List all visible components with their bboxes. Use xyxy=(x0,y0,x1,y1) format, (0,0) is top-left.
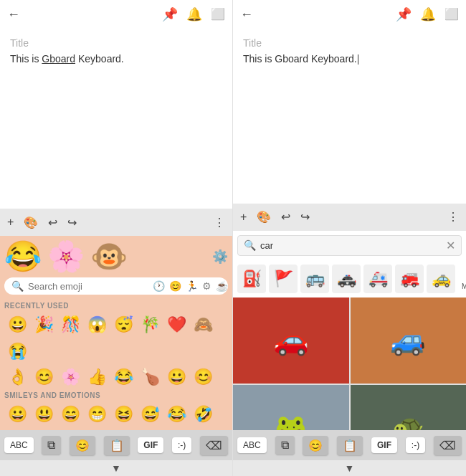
emoji-recent-5[interactable]: 😴 xyxy=(110,312,136,338)
emoji-recent-4[interactable]: 😱 xyxy=(84,312,110,338)
more-button[interactable]: → MORE xyxy=(458,265,466,293)
left-emoji-key[interactable]: 😊 xyxy=(70,436,95,455)
emoji-recent-12[interactable]: 🌸 xyxy=(57,364,83,390)
right-topbar: ← 📌 🔔 ⬜ xyxy=(233,0,466,29)
emoji-smiley-7[interactable]: 😂 xyxy=(163,401,189,427)
emoji-smiley-1[interactable]: 😀 xyxy=(4,401,30,427)
left-kb-toolbar: + 🎨 ↩ ↪ ⋮ xyxy=(0,209,232,236)
left-pin-icon[interactable]: 📌 xyxy=(162,8,178,21)
emoji-recent-14[interactable]: 😂 xyxy=(110,364,136,390)
search-emoji-icon[interactable]: 😊 xyxy=(169,280,181,292)
sticker-taxi[interactable]: 🚕 xyxy=(427,265,455,293)
emoji-recent-11[interactable]: 😊 xyxy=(31,364,57,390)
emoji-smiley-4[interactable]: 😁 xyxy=(84,401,110,427)
big-emoji-2[interactable]: 🌸 xyxy=(47,242,85,272)
left-note-area: Title This is Gboard Keyboard. xyxy=(0,29,232,70)
right-smiley-text-key[interactable]: :-) xyxy=(406,437,425,453)
emoji-recent-7[interactable]: ❤️ xyxy=(163,312,189,338)
emoji-recent-16[interactable]: 😀 xyxy=(163,364,189,390)
emoji-recent-10[interactable]: 👌 xyxy=(4,364,30,390)
left-redo-icon[interactable]: ↪ xyxy=(67,216,77,229)
sticker-police[interactable]: 🚓 xyxy=(332,265,361,293)
emoji-smiley-3[interactable]: 😄 xyxy=(57,401,83,427)
right-backspace-key[interactable]: ⌫ xyxy=(434,436,462,455)
right-note-text: This is Gboard Keyboard. xyxy=(243,53,456,65)
text-cursor xyxy=(358,54,358,65)
smileys-row: 😀 😃 😄 😁 😆 😅 😂 🤣 xyxy=(4,401,228,427)
recently-used-label: RECENTLY USED xyxy=(4,300,228,312)
right-clipboard-key[interactable]: 📋 xyxy=(337,436,363,455)
gif-cell-4[interactable]: 🐢 xyxy=(351,385,467,431)
right-abc-key[interactable]: ABC xyxy=(237,437,267,453)
big-emoji-1[interactable]: 😂 xyxy=(4,242,42,272)
emoji-settings-icon[interactable]: ⚙️ xyxy=(212,249,228,264)
right-bell-icon[interactable]: 🔔 xyxy=(420,8,436,21)
left-download-icon[interactable]: ⬜ xyxy=(211,9,225,20)
big-emoji-3[interactable]: 🐵 xyxy=(90,242,128,272)
emoji-recent-15[interactable]: 🍗 xyxy=(137,364,163,390)
right-more-icon[interactable]: ⋮ xyxy=(447,210,459,224)
left-abc-key[interactable]: ABC xyxy=(4,437,34,453)
sticker-flag[interactable]: 🚩 xyxy=(269,265,298,293)
left-panel: ← 📌 🔔 ⬜ Title This is Gboard Keyboard. +… xyxy=(0,0,233,476)
emoji-smiley-5[interactable]: 😆 xyxy=(110,401,136,427)
left-undo-icon[interactable]: ↩ xyxy=(48,216,57,229)
right-gif-key[interactable]: GIF xyxy=(371,437,397,453)
right-note-title: Title xyxy=(243,37,456,49)
emoji-smiley-6[interactable]: 😅 xyxy=(137,401,163,427)
right-redo-icon[interactable]: ↪ xyxy=(300,210,310,224)
left-kb-bottom: ABC ⧉ 😊 📋 GIF :-) ⌫ xyxy=(0,430,232,460)
gif-cell-2[interactable]: 🚙 xyxy=(351,298,467,384)
left-gif-key[interactable]: GIF xyxy=(138,437,163,453)
emoji-recent-9[interactable]: 😭 xyxy=(4,338,30,364)
sticker-gas[interactable]: ⛽ xyxy=(237,265,266,293)
emoji-recent-3[interactable]: 🎊 xyxy=(57,312,83,338)
left-plus-icon[interactable]: + xyxy=(7,216,14,229)
emoji-panel: 😂 🌸 🐵 ⚙️ 🔍 🕐 😊 🏃 ⚙ ☕ RECENTLY USED xyxy=(0,236,232,430)
right-emoji-key[interactable]: 😊 xyxy=(303,436,328,455)
right-back-button[interactable]: ← xyxy=(240,8,253,21)
left-bell-icon[interactable]: 🔔 xyxy=(186,8,202,21)
emoji-search-bar[interactable]: 🔍 🕐 😊 🏃 ⚙ ☕ xyxy=(4,277,228,295)
emoji-recent-17[interactable]: 😊 xyxy=(190,364,216,390)
right-panel: ← 📌 🔔 ⬜ Title This is Gboard Keyboard. +… xyxy=(233,0,466,476)
left-smiley-text-key[interactable]: :-) xyxy=(172,437,191,453)
left-backspace-key[interactable]: ⌫ xyxy=(200,436,228,455)
right-undo-icon[interactable]: ↩ xyxy=(281,210,290,224)
left-back-button[interactable]: ← xyxy=(7,8,20,21)
search-clock-icon[interactable]: 🕐 xyxy=(153,280,165,292)
search-objects-icon[interactable]: ⚙ xyxy=(202,280,211,292)
left-clipboard-key[interactable]: 📋 xyxy=(104,436,130,455)
sticker-strip: ⛽ 🚩 🚌 🚓 🚑 🚒 🚕 → MORE xyxy=(233,260,466,298)
left-nav-icon: ▼ xyxy=(111,462,121,474)
right-plus-icon[interactable]: + xyxy=(240,211,247,224)
emoji-recent-1[interactable]: 😀 xyxy=(4,312,30,338)
emoji-smiley-8[interactable]: 🤣 xyxy=(190,401,216,427)
gif-search-input[interactable] xyxy=(260,240,442,251)
sticker-fire[interactable]: 🚒 xyxy=(395,265,424,293)
emoji-recent-8[interactable]: 🙈 xyxy=(190,312,216,338)
emoji-smiley-2[interactable]: 😃 xyxy=(31,401,57,427)
emoji-search-input[interactable] xyxy=(28,281,148,292)
right-pin-icon[interactable]: 📌 xyxy=(396,8,412,21)
left-note-text: This is Gboard Keyboard. xyxy=(10,53,222,65)
left-palette-icon[interactable]: 🎨 xyxy=(24,216,38,229)
right-copy-key[interactable]: ⧉ xyxy=(275,436,295,454)
left-copy-key[interactable]: ⧉ xyxy=(42,436,61,454)
sticker-ambulance[interactable]: 🚑 xyxy=(363,265,392,293)
right-note-area: Title This is Gboard Keyboard. xyxy=(233,29,466,70)
search-magnifier-icon: 🔍 xyxy=(11,280,24,292)
search-food-icon[interactable]: ☕ xyxy=(216,280,228,292)
emoji-recent-6[interactable]: 🎋 xyxy=(137,312,163,338)
gif-search-bar[interactable]: 🔍 ✕ xyxy=(237,235,462,256)
gif-clear-icon[interactable]: ✕ xyxy=(446,239,455,252)
emoji-recent-13[interactable]: 👍 xyxy=(84,364,110,390)
left-more-icon[interactable]: ⋮ xyxy=(214,216,225,229)
gif-cell-3[interactable]: 🐸 не слышите? xyxy=(233,385,349,431)
right-download-icon[interactable]: ⬜ xyxy=(444,9,459,20)
gif-cell-1[interactable]: 🚗 xyxy=(233,298,349,384)
search-person-icon[interactable]: 🏃 xyxy=(186,280,198,292)
sticker-bus[interactable]: 🚌 xyxy=(300,265,329,293)
emoji-recent-2[interactable]: 🎉 xyxy=(31,312,57,338)
right-palette-icon[interactable]: 🎨 xyxy=(257,210,271,224)
